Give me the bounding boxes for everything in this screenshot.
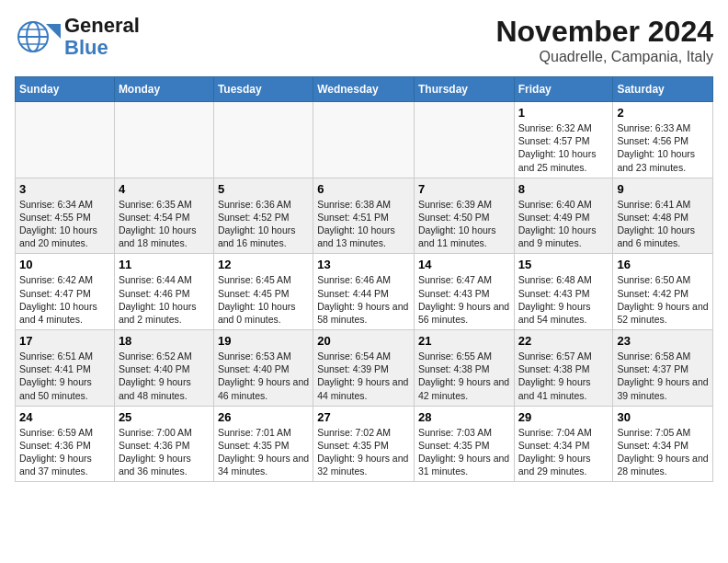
weekday-header-sunday: Sunday	[16, 77, 115, 102]
day-info: Sunrise: 6:53 AM Sunset: 4:40 PM Dayligh…	[218, 350, 309, 402]
day-info: Sunrise: 6:51 AM Sunset: 4:41 PM Dayligh…	[19, 350, 110, 402]
day-number: 1	[518, 106, 609, 120]
day-info: Sunrise: 6:38 AM Sunset: 4:51 PM Dayligh…	[317, 198, 410, 250]
calendar-cell: 9Sunrise: 6:41 AM Sunset: 4:48 PM Daylig…	[613, 178, 713, 254]
weekday-header-row: SundayMondayTuesdayWednesdayThursdayFrid…	[16, 77, 713, 102]
calendar-cell: 26Sunrise: 7:01 AM Sunset: 4:35 PM Dayli…	[213, 406, 313, 482]
day-info: Sunrise: 7:04 AM Sunset: 4:34 PM Dayligh…	[518, 426, 609, 478]
day-info: Sunrise: 6:34 AM Sunset: 4:55 PM Dayligh…	[19, 198, 110, 250]
weekday-header-saturday: Saturday	[613, 77, 713, 102]
calendar-cell: 19Sunrise: 6:53 AM Sunset: 4:40 PM Dayli…	[213, 330, 313, 407]
day-info: Sunrise: 6:59 AM Sunset: 4:36 PM Dayligh…	[19, 426, 110, 478]
day-number: 25	[119, 410, 210, 424]
day-info: Sunrise: 6:36 AM Sunset: 4:52 PM Dayligh…	[218, 198, 309, 250]
day-info: Sunrise: 6:50 AM Sunset: 4:42 PM Dayligh…	[617, 273, 709, 326]
page-subtitle: Quadrelle, Campania, Italy	[495, 49, 713, 65]
day-number: 8	[518, 182, 609, 196]
calendar-cell: 8Sunrise: 6:40 AM Sunset: 4:49 PM Daylig…	[514, 178, 613, 254]
day-info: Sunrise: 6:42 AM Sunset: 4:47 PM Dayligh…	[19, 273, 110, 326]
day-number: 21	[418, 334, 510, 348]
day-info: Sunrise: 7:02 AM Sunset: 4:35 PM Dayligh…	[317, 426, 410, 478]
calendar-cell: 10Sunrise: 6:42 AM Sunset: 4:47 PM Dayli…	[16, 254, 115, 330]
day-info: Sunrise: 6:33 AM Sunset: 4:56 PM Dayligh…	[617, 121, 709, 174]
calendar-week-3: 10Sunrise: 6:42 AM Sunset: 4:47 PM Dayli…	[16, 254, 713, 330]
day-number: 14	[418, 258, 510, 271]
calendar-cell	[313, 102, 415, 178]
calendar-week-1: 1Sunrise: 6:32 AM Sunset: 4:57 PM Daylig…	[16, 102, 713, 178]
day-info: Sunrise: 6:44 AM Sunset: 4:46 PM Dayligh…	[119, 273, 210, 326]
day-info: Sunrise: 7:01 AM Sunset: 4:35 PM Dayligh…	[218, 426, 309, 478]
calendar-cell: 14Sunrise: 6:47 AM Sunset: 4:43 PM Dayli…	[414, 254, 514, 330]
day-info: Sunrise: 6:48 AM Sunset: 4:43 PM Dayligh…	[518, 273, 609, 326]
day-number: 17	[19, 334, 110, 348]
day-info: Sunrise: 7:00 AM Sunset: 4:36 PM Dayligh…	[119, 426, 210, 478]
day-info: Sunrise: 6:35 AM Sunset: 4:54 PM Dayligh…	[119, 198, 210, 250]
calendar-cell: 12Sunrise: 6:45 AM Sunset: 4:45 PM Dayli…	[213, 254, 313, 330]
day-number: 15	[518, 258, 609, 271]
calendar-cell: 15Sunrise: 6:48 AM Sunset: 4:43 PM Dayli…	[514, 254, 613, 330]
calendar-cell: 29Sunrise: 7:04 AM Sunset: 4:34 PM Dayli…	[514, 406, 613, 482]
day-info: Sunrise: 6:58 AM Sunset: 4:37 PM Dayligh…	[617, 350, 709, 402]
calendar-cell: 23Sunrise: 6:58 AM Sunset: 4:37 PM Dayli…	[613, 330, 713, 407]
weekday-header-wednesday: Wednesday	[313, 77, 415, 102]
calendar-cell: 16Sunrise: 6:50 AM Sunset: 4:42 PM Dayli…	[613, 254, 713, 330]
day-number: 18	[119, 334, 210, 348]
day-number: 16	[617, 258, 709, 271]
calendar-cell: 18Sunrise: 6:52 AM Sunset: 4:40 PM Dayli…	[114, 330, 213, 407]
day-number: 9	[617, 182, 709, 196]
day-info: Sunrise: 6:47 AM Sunset: 4:43 PM Dayligh…	[418, 273, 510, 326]
day-info: Sunrise: 6:39 AM Sunset: 4:50 PM Dayligh…	[418, 198, 510, 250]
day-info: Sunrise: 6:54 AM Sunset: 4:39 PM Dayligh…	[317, 350, 410, 402]
day-number: 29	[518, 410, 609, 424]
day-number: 28	[418, 410, 510, 424]
calendar-cell: 4Sunrise: 6:35 AM Sunset: 4:54 PM Daylig…	[114, 178, 213, 254]
weekday-header-monday: Monday	[114, 77, 213, 102]
day-number: 7	[418, 182, 510, 196]
day-info: Sunrise: 6:55 AM Sunset: 4:38 PM Dayligh…	[418, 350, 510, 402]
calendar-cell: 25Sunrise: 7:00 AM Sunset: 4:36 PM Dayli…	[114, 406, 213, 482]
day-info: Sunrise: 7:03 AM Sunset: 4:35 PM Dayligh…	[418, 426, 510, 478]
day-number: 30	[617, 410, 709, 424]
logo-icon	[15, 17, 63, 57]
weekday-header-friday: Friday	[514, 77, 613, 102]
day-info: Sunrise: 6:46 AM Sunset: 4:44 PM Dayligh…	[317, 273, 410, 326]
day-number: 19	[218, 334, 309, 348]
calendar-cell: 30Sunrise: 7:05 AM Sunset: 4:34 PM Dayli…	[613, 406, 713, 482]
day-number: 2	[617, 106, 709, 120]
calendar-cell: 11Sunrise: 6:44 AM Sunset: 4:46 PM Dayli…	[114, 254, 213, 330]
calendar-cell: 3Sunrise: 6:34 AM Sunset: 4:55 PM Daylig…	[16, 178, 115, 254]
day-number: 5	[218, 182, 309, 196]
day-number: 27	[317, 410, 410, 424]
calendar-cell: 17Sunrise: 6:51 AM Sunset: 4:41 PM Dayli…	[16, 330, 115, 407]
day-info: Sunrise: 6:32 AM Sunset: 4:57 PM Dayligh…	[518, 121, 609, 174]
day-info: Sunrise: 7:05 AM Sunset: 4:34 PM Dayligh…	[617, 426, 709, 478]
day-number: 3	[19, 182, 110, 196]
calendar-week-4: 17Sunrise: 6:51 AM Sunset: 4:41 PM Dayli…	[16, 330, 713, 407]
weekday-header-tuesday: Tuesday	[213, 77, 313, 102]
day-number: 13	[317, 258, 410, 271]
day-number: 6	[317, 182, 410, 196]
day-info: Sunrise: 6:40 AM Sunset: 4:49 PM Dayligh…	[518, 198, 609, 250]
calendar-week-5: 24Sunrise: 6:59 AM Sunset: 4:36 PM Dayli…	[16, 406, 713, 482]
day-number: 12	[218, 258, 309, 271]
day-number: 23	[617, 334, 709, 348]
day-number: 4	[119, 182, 210, 196]
day-info: Sunrise: 6:41 AM Sunset: 4:48 PM Dayligh…	[617, 198, 709, 250]
title-block: November 2024 Quadrelle, Campania, Italy	[495, 15, 713, 65]
day-number: 20	[317, 334, 410, 348]
page-title: November 2024	[495, 15, 713, 49]
calendar-cell	[213, 102, 313, 178]
day-number: 24	[19, 410, 110, 424]
day-number: 22	[518, 334, 609, 348]
calendar-cell: 6Sunrise: 6:38 AM Sunset: 4:51 PM Daylig…	[313, 178, 415, 254]
calendar-cell	[114, 102, 213, 178]
day-info: Sunrise: 6:45 AM Sunset: 4:45 PM Dayligh…	[218, 273, 309, 326]
calendar-cell: 7Sunrise: 6:39 AM Sunset: 4:50 PM Daylig…	[414, 178, 514, 254]
calendar-cell: 13Sunrise: 6:46 AM Sunset: 4:44 PM Dayli…	[313, 254, 415, 330]
day-info: Sunrise: 6:52 AM Sunset: 4:40 PM Dayligh…	[119, 350, 210, 402]
calendar-cell	[16, 102, 115, 178]
calendar-cell: 22Sunrise: 6:57 AM Sunset: 4:38 PM Dayli…	[514, 330, 613, 407]
day-number: 10	[19, 258, 110, 271]
weekday-header-thursday: Thursday	[414, 77, 514, 102]
logo: General Blue	[15, 15, 140, 59]
